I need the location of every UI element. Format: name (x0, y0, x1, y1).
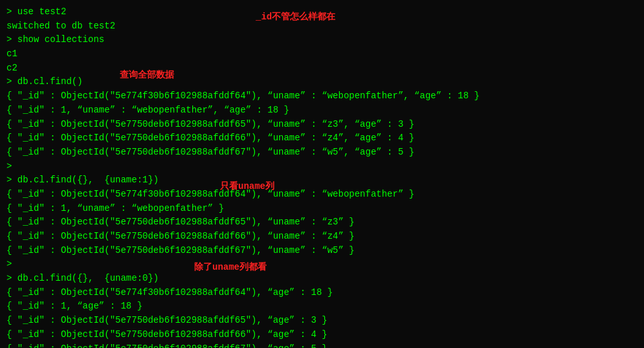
line-25: { "_id" : ObjectId("5e7750deb6f102988afd… (6, 342, 638, 349)
line-14: { "_id" : ObjectId("5e774f30b6f102988afd… (6, 188, 638, 202)
line-12: > (6, 160, 638, 174)
annotation-find-all: 查询全部数据 (120, 69, 174, 83)
terminal-window: _id不管怎么样都在 查询全部数据 只看uname列 除了uname列都看 > … (6, 5, 638, 343)
line-3: > show collections (6, 33, 638, 47)
line-19: > (6, 257, 638, 272)
line-5: c2 (6, 61, 638, 76)
line-16: { "_id" : ObjectId("5e7750deb6f102988afd… (6, 215, 638, 230)
line-18: { "_id" : ObjectId("5e7750deb6f102988afd… (6, 244, 638, 258)
line-24: { "_id" : ObjectId("5e7750deb6f102988afd… (6, 328, 638, 342)
annotation-exclude-uname: 除了uname列都看 (194, 261, 267, 275)
annotation-uname-only: 只看uname列 (220, 180, 274, 194)
line-23: { "_id" : ObjectId("5e7750deb6f102988afd… (6, 314, 638, 328)
annotation-id-always: _id不管怎么样都在 (256, 10, 335, 25)
line-20: > db.cl.find({}, {uname:0}) (6, 272, 638, 286)
line-6: > db.cl.find() (6, 75, 638, 89)
line-15: { "_id" : 1, “uname” : “webopenfather” } (6, 202, 638, 216)
line-11: { "_id" : ObjectId("5e7750deb6f102988afd… (6, 146, 638, 160)
line-22: { "_id" : 1, “age” : 18 } (6, 299, 638, 314)
line-8: { "_id" : 1, “uname” : “webopenfather”, … (6, 103, 638, 118)
line-4: c1 (6, 47, 638, 61)
line-21: { "_id" : ObjectId("5e774f30b6f102988afd… (6, 286, 638, 300)
line-13: > db.cl.find({}, {uname:1}) (6, 173, 638, 188)
line-7: { "_id" : ObjectId("5e774f30b6f102988afd… (6, 89, 638, 103)
line-17: { "_id" : ObjectId("5e7750deb6f102988afd… (6, 230, 638, 244)
line-10: { "_id" : ObjectId("5e7750deb6f102988afd… (6, 131, 638, 146)
line-9: { "_id" : ObjectId("5e7750deb6f102988afd… (6, 118, 638, 132)
